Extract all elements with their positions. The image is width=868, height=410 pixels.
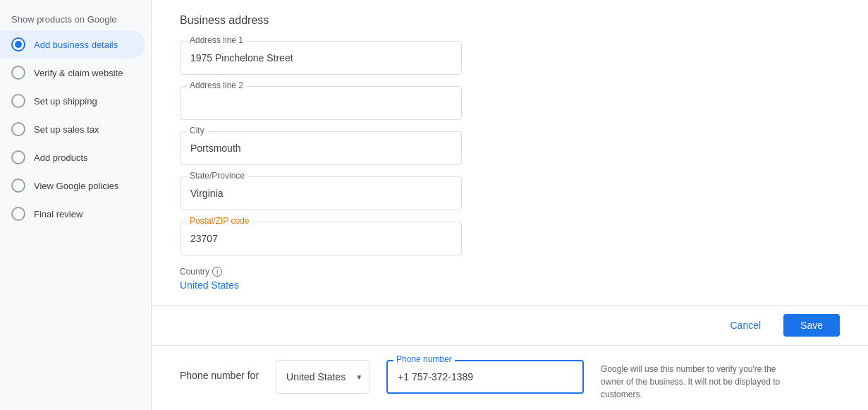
sidebar-item-label: Add products [34,152,88,163]
city-label: City [187,126,207,135]
phone-number-label: Phone number [393,354,455,364]
phone-number-input[interactable] [386,360,584,394]
sidebar-item-circle [11,150,25,164]
sidebar-item-circle [11,122,25,136]
phone-for-label: Phone number for [180,360,259,381]
city-field: City [180,131,840,165]
sidebar-item-circle [11,207,25,221]
country-select[interactable]: United States [276,360,369,394]
sidebar-item-label: Add business details [34,40,118,50]
sidebar-item-circle [11,66,25,80]
sidebar-item-label: Set up sales tax [34,124,99,135]
action-bar: Cancel Save [152,305,868,345]
save-button[interactable]: Save [783,314,840,337]
state-label: State/Province [187,171,247,181]
country-select-wrapper: United States [276,360,369,394]
address-line1-input[interactable] [180,41,462,75]
sidebar-item-circle [11,37,25,52]
country-value: United States [180,279,840,291]
country-label-row: Country i [180,267,840,277]
postal-label: Postal/ZIP code [187,216,252,226]
address-line1-label: Address line 1 [187,35,246,45]
sidebar-item-label: Final review [34,209,82,219]
phone-section: Phone number for United States Phone num… [152,345,868,410]
country-label-text: Country [180,267,209,277]
address-line2-input[interactable] [180,86,462,120]
phone-note: Google will use this number to verify yo… [601,360,798,401]
sidebar-item-set-up-shipping[interactable]: Set up shipping [0,87,145,115]
address-line2-field: Address line 2 [180,86,840,120]
state-field: State/Province [180,176,840,210]
info-icon[interactable]: i [212,267,222,277]
sidebar-item-view-google-policies[interactable]: View Google policies [0,171,145,200]
main-content: Business address Address line 1 Address … [152,0,868,410]
postal-input[interactable] [180,222,462,255]
sidebar-header: Show products on Google [0,6,151,30]
sidebar-item-final-review[interactable]: Final review [0,200,145,228]
sidebar-item-label: Set up shipping [34,96,97,107]
sidebar-item-circle [11,179,25,193]
sidebar-item-label: View Google policies [34,181,118,191]
sidebar-item-add-business[interactable]: Add business details [0,30,145,59]
postal-field: Postal/ZIP code [180,222,840,255]
sidebar: Show products on Google Add business det… [0,0,152,410]
section-title: Business address [180,14,840,27]
sidebar-item-set-up-sales-tax[interactable]: Set up sales tax [0,115,145,143]
cancel-button[interactable]: Cancel [719,314,772,337]
sidebar-item-label: Verify & claim website [34,68,123,78]
address-line2-label: Address line 2 [187,80,246,90]
state-input[interactable] [180,176,462,210]
sidebar-item-verify-website[interactable]: Verify & claim website [0,59,145,87]
country-section: Country i United States [180,267,840,291]
sidebar-item-add-products[interactable]: Add products [0,143,145,171]
content-area: Business address Address line 1 Address … [152,0,868,305]
address-line1-field: Address line 1 [180,41,840,75]
phone-input-wrapper: Phone number [386,360,584,394]
city-input[interactable] [180,131,462,165]
sidebar-item-circle [11,94,25,108]
